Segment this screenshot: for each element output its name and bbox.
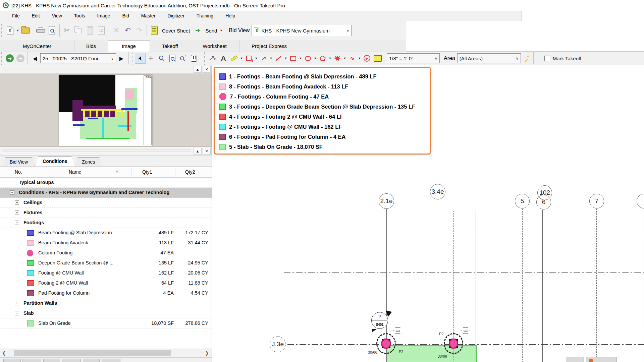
takeoff-legend[interactable]: 1 - Footings - Beam Footing @ Slab Depre… bbox=[214, 67, 431, 155]
renumber-button[interactable]: 1|2 bbox=[96, 24, 107, 37]
send-icon[interactable]: ➜ bbox=[192, 24, 203, 37]
column-qty1[interactable]: Qty1 bbox=[142, 169, 152, 175]
tree-row[interactable]: Pad Footing for Column4 EA4.54 CY bbox=[0, 288, 212, 298]
menu-help[interactable]: Help bbox=[219, 12, 241, 20]
ellipse-tool[interactable] bbox=[303, 53, 313, 64]
nav-back-button[interactable]: ➜ bbox=[4, 53, 15, 64]
tree-row[interactable]: Column Footing47 EA bbox=[0, 248, 212, 258]
cloud-tool[interactable] bbox=[332, 53, 343, 64]
tree-expander[interactable]: + bbox=[15, 210, 19, 215]
menu-digitizer[interactable]: Digitizer bbox=[161, 12, 191, 20]
nav-forward-button[interactable]: ➜ bbox=[15, 53, 26, 64]
cutoff-button[interactable] bbox=[83, 359, 100, 362]
arrow-tool[interactable]: ↗ bbox=[258, 53, 269, 64]
close-icon[interactable]: ✕ bbox=[203, 148, 211, 155]
menu-file[interactable]: File bbox=[6, 12, 26, 20]
tab-takeoff[interactable]: Takeoff bbox=[150, 40, 190, 52]
panel-tab-zones[interactable]: Zones bbox=[75, 157, 102, 166]
cutoff-button[interactable] bbox=[3, 359, 21, 362]
plan-thumbnail[interactable]: PBK bbox=[59, 75, 152, 146]
arrow-dropdown[interactable]: ▼ bbox=[269, 57, 273, 60]
collapse-icon[interactable]: ▲ bbox=[194, 66, 202, 73]
tab-worksheet[interactable]: Worksheet bbox=[190, 40, 239, 52]
paste-button[interactable] bbox=[84, 24, 96, 37]
tree-expander[interactable]: − bbox=[15, 311, 19, 315]
cloud-dropdown[interactable]: ▼ bbox=[343, 57, 347, 60]
menu-view[interactable]: View bbox=[46, 12, 68, 20]
image-legend-tool[interactable] bbox=[372, 53, 383, 64]
tree-row[interactable]: +Fixtures bbox=[0, 208, 212, 218]
cut-button[interactable]: ✂ bbox=[61, 24, 73, 37]
tree-expander[interactable]: − bbox=[10, 190, 14, 195]
column-name[interactable]: Name bbox=[69, 169, 81, 175]
tree-row[interactable]: Deepen Grade Beam Section @ ...135 LF24.… bbox=[0, 258, 212, 268]
freehand-dropdown[interactable]: ▼ bbox=[358, 57, 362, 60]
cover-sheet-icon[interactable] bbox=[149, 24, 160, 37]
panel-tab-bid-view[interactable]: Bid View bbox=[3, 157, 35, 166]
collapse-icon[interactable]: ▲ bbox=[194, 148, 202, 155]
horizontal-scrollbar[interactable]: ❮ ❯ bbox=[0, 349, 212, 357]
crosshair-tool[interactable]: + bbox=[146, 53, 156, 64]
scale-combo[interactable]: 1/8" = 1' 0" ∨ bbox=[387, 53, 440, 63]
zoom-page-tool[interactable] bbox=[167, 53, 178, 64]
cutoff-button[interactable] bbox=[22, 359, 41, 362]
prev-page-button[interactable]: ◀ bbox=[30, 53, 40, 64]
polygon-tool[interactable] bbox=[317, 53, 328, 64]
column-footing-takeoff[interactable] bbox=[376, 333, 396, 354]
rectangle-tool[interactable] bbox=[288, 53, 299, 64]
cutoff-button[interactable] bbox=[102, 359, 120, 362]
tree-expander[interactable]: − bbox=[15, 221, 19, 225]
column-footing-takeoff[interactable] bbox=[444, 333, 463, 354]
tree-row[interactable]: −Conditions - KHS - KPHS New Gymnasium a… bbox=[0, 188, 212, 198]
freehand-tool[interactable]: ∿ bbox=[347, 53, 358, 64]
cover-sheet-button[interactable]: Cover Sheet bbox=[160, 28, 192, 34]
annotation-stamp-tool[interactable]: ↴ bbox=[244, 53, 254, 64]
close-icon[interactable]: ✕ bbox=[203, 66, 211, 73]
line-dropdown[interactable]: ▼ bbox=[284, 57, 288, 60]
drawing-area[interactable]: 1 - Footings - Beam Footing @ Slab Depre… bbox=[212, 65, 644, 362]
zoom-window-tool[interactable]: ✦ bbox=[178, 53, 189, 64]
tree-row[interactable]: Beam Footing @ Slab Depression489 LF172.… bbox=[0, 228, 212, 238]
send-button[interactable]: Send bbox=[203, 28, 219, 34]
highlighter-tool[interactable] bbox=[229, 53, 239, 64]
open-button[interactable] bbox=[20, 24, 31, 37]
cutoff-button[interactable] bbox=[586, 357, 617, 362]
thumbnail-pane-header[interactable]: ▲ ✕ bbox=[0, 65, 212, 74]
dimension-tool[interactable]: ⤢4' bbox=[207, 53, 218, 64]
conditions-grid-header[interactable]: No. Name △ Qty1 Qty2 bbox=[0, 166, 212, 178]
text-tool[interactable]: A bbox=[218, 53, 229, 64]
menu-image[interactable]: Image bbox=[91, 12, 116, 20]
column-qty2[interactable]: Qty2 bbox=[185, 169, 195, 175]
undo-button[interactable]: ↶ bbox=[122, 24, 133, 37]
tree-row[interactable]: −Footings bbox=[0, 218, 212, 228]
tab-project-express[interactable]: Project Express bbox=[239, 40, 299, 52]
panel-tab-conditions[interactable]: Conditions bbox=[36, 156, 74, 166]
menu-tools[interactable]: Tools bbox=[68, 12, 91, 20]
copy-button[interactable] bbox=[73, 24, 84, 37]
print-button[interactable] bbox=[35, 24, 46, 37]
tree-row[interactable]: Footing @ CMU Wall162 LF20.05 CY bbox=[0, 268, 212, 278]
send-dropdown[interactable]: ▼ bbox=[219, 29, 223, 32]
tree-row[interactable]: Slab On Grade18,070 SF278.86 CY bbox=[0, 318, 212, 328]
tab-myoncenter[interactable]: MyOnCenter bbox=[0, 40, 74, 52]
redo-button[interactable]: ↷ bbox=[133, 24, 145, 37]
tree-row[interactable]: +Ceilings bbox=[0, 198, 212, 208]
tree-row[interactable]: +Partition Walls bbox=[0, 298, 212, 308]
cutoff-button[interactable] bbox=[62, 359, 81, 362]
pan-tool[interactable] bbox=[189, 53, 199, 64]
menu-bid[interactable]: Bid bbox=[116, 12, 135, 20]
tree-row[interactable]: Typical Groups bbox=[0, 178, 212, 188]
menu-training[interactable]: Training bbox=[191, 12, 219, 20]
mark-takeoff-checkbox[interactable] bbox=[544, 56, 550, 61]
menu-master[interactable]: Master bbox=[135, 12, 162, 20]
magic-wand-icon[interactable] bbox=[521, 53, 532, 64]
tree-row[interactable]: Footing 2 @ CMU Wall64 LF11.88 CY bbox=[0, 278, 212, 288]
select-tool[interactable]: ➤ bbox=[135, 53, 146, 64]
new-takeoff-dropdown[interactable]: ▼ bbox=[16, 29, 20, 32]
print-preview-button[interactable] bbox=[46, 24, 58, 37]
highlighter-dropdown[interactable]: ▼ bbox=[239, 57, 244, 60]
line-tool[interactable] bbox=[273, 53, 284, 64]
bid-view-combo[interactable]: $ KHS - KPHS New Gymnasium ∨ bbox=[252, 25, 352, 36]
zoom-tool[interactable] bbox=[156, 53, 167, 64]
tree-row[interactable]: −Slab bbox=[0, 308, 212, 318]
